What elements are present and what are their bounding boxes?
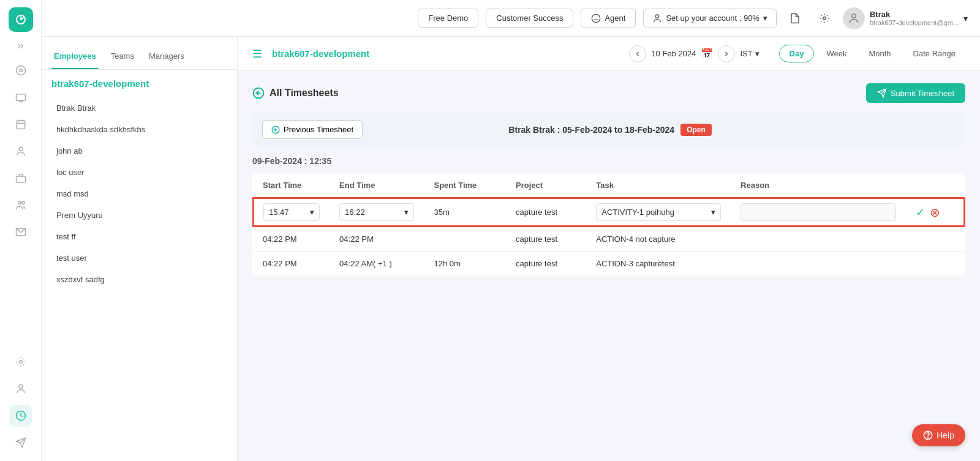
help-icon: [923, 430, 933, 440]
calendar-nav-icon[interactable]: 📅: [701, 48, 713, 59]
list-item[interactable]: Prem Uyyuru: [42, 204, 237, 226]
cancel-edit-button[interactable]: ⊗: [930, 205, 940, 220]
list-item[interactable]: Btrak Btrak: [42, 97, 237, 119]
help-label: Help: [937, 430, 954, 440]
timesheet-navigation: Previous Timesheet Btrak Btrak : 05-Feb-…: [252, 113, 965, 146]
agent-icon: [591, 13, 601, 23]
user-name: Btrak: [870, 10, 959, 19]
end-time-select[interactable]: 16:22 ▾: [339, 203, 414, 221]
sidebar-icon-home[interactable]: [10, 59, 32, 81]
customer-success-button[interactable]: Customer Success: [486, 9, 573, 28]
setup-chevron: ▾: [763, 13, 767, 23]
timezone-selector[interactable]: IST ▾: [740, 49, 759, 58]
project-cell: capture test: [506, 227, 586, 252]
list-item[interactable]: xszdxvf sadfg: [42, 269, 237, 290]
svg-point-17: [19, 361, 22, 364]
previous-timesheet-button[interactable]: Previous Timesheet: [262, 120, 363, 139]
sidebar-icon-team[interactable]: [10, 194, 32, 216]
svg-point-15: [21, 201, 24, 204]
editing-task-cell: ACTIVITY-1 poihuhg ▾: [586, 198, 731, 227]
sidebar-icon-message[interactable]: [10, 221, 32, 243]
start-time-select[interactable]: 15:47 ▾: [263, 203, 320, 221]
svg-point-4: [16, 66, 25, 75]
sidebar-icon-admin[interactable]: [10, 378, 32, 400]
start-time-cell: 04:22 PM: [253, 227, 330, 252]
editing-end-time-cell: 16:22 ▾: [330, 198, 424, 227]
actions-cell: [906, 252, 965, 276]
project-cell: capture test: [506, 252, 586, 276]
submit-timesheet-button[interactable]: Submit Timesheet: [866, 83, 965, 103]
tab-managers[interactable]: Managers: [146, 47, 187, 69]
svg-point-18: [19, 384, 23, 388]
sidebar-icon-send[interactable]: [10, 432, 32, 454]
list-item[interactable]: john ab: [42, 140, 237, 162]
view-tab-date-range[interactable]: Date Range: [903, 45, 965, 62]
table-row-editing: 15:47 ▾ 16:22 ▾ 35m: [253, 198, 965, 227]
end-time-cell: 04:22 PM: [330, 227, 424, 252]
view-tab-month[interactable]: Month: [859, 45, 900, 62]
tab-teams[interactable]: Teams: [108, 47, 137, 69]
sidebar-expand-btn[interactable]: »: [15, 37, 26, 54]
col-start-time: Start Time: [253, 173, 330, 198]
setup-icon: [652, 13, 662, 23]
svg-point-12: [19, 147, 23, 151]
free-demo-button[interactable]: Free Demo: [418, 9, 478, 28]
timesheet-table: Start Time End Time Spent Time Project T…: [252, 173, 965, 275]
col-project: Project: [506, 173, 586, 198]
list-item[interactable]: loc user: [42, 162, 237, 183]
list-item[interactable]: hkdhkdhaskda sdkhsfkhs: [42, 119, 237, 140]
col-spent-time: Spent Time: [424, 173, 506, 198]
svg-point-27: [852, 13, 856, 18]
svg-rect-6: [16, 94, 25, 101]
sidebar-icon-calendar[interactable]: [10, 113, 32, 135]
timesheets-title: All Timesheets: [252, 87, 339, 99]
app-logo[interactable]: [9, 7, 33, 32]
user-email: btrak607-development@gm...: [870, 19, 959, 26]
user-avatar: [843, 7, 865, 29]
chevron-right-icon: [723, 50, 730, 58]
gear-icon-button[interactable]: [813, 7, 835, 29]
editing-start-time-cell: 15:47 ▾: [253, 198, 330, 227]
date-prev-button[interactable]: [629, 45, 646, 62]
agent-button[interactable]: Agent: [581, 9, 636, 28]
org-name-label[interactable]: btrak607-development: [42, 70, 237, 97]
user-menu[interactable]: Btrak btrak607-development@gm... ▾: [843, 7, 968, 29]
sidebar-icon-clock[interactable]: [10, 405, 32, 427]
confirm-edit-button[interactable]: ✓: [916, 206, 925, 219]
reason-input[interactable]: [741, 203, 896, 221]
date-navigation: 10 Feb 2024 📅 IST ▾: [629, 45, 759, 62]
timesheets-header: All Timesheets Submit Timesheet: [252, 83, 965, 103]
list-item[interactable]: msd msd: [42, 183, 237, 204]
sidebar-icon-settings[interactable]: [10, 351, 32, 373]
document-icon-button[interactable]: [784, 7, 806, 29]
top-header: Free Demo Customer Success Agent Set up …: [42, 0, 980, 37]
timesheet-date-label: 09-Feb-2024 : 12:35: [252, 156, 965, 166]
page-content: All Timesheets Submit Timesheet Previous…: [238, 71, 980, 461]
date-next-button[interactable]: [718, 45, 735, 62]
right-panel: ☰ btrak607-development 10 Feb 2024 📅 IST…: [238, 37, 980, 461]
user-details: Btrak btrak607-development@gm...: [870, 10, 959, 26]
view-tab-day[interactable]: Day: [779, 45, 815, 62]
reason-cell: [731, 252, 906, 276]
view-tab-week[interactable]: Week: [816, 45, 856, 62]
secondary-header: ☰ btrak607-development 10 Feb 2024 📅 IST…: [238, 37, 980, 71]
setup-account-button[interactable]: Set up your account : 90% ▾: [643, 9, 776, 28]
tab-employees[interactable]: Employees: [51, 47, 99, 69]
help-button[interactable]: Help: [912, 424, 965, 446]
spent-time-cell: [424, 227, 506, 252]
hamburger-icon[interactable]: ☰: [252, 47, 262, 61]
view-tabs: Day Week Month Date Range: [779, 45, 965, 62]
timesheet-range: Btrak Btrak : 05-Feb-2024 to 18-Feb-2024…: [508, 124, 711, 136]
editing-reason-cell: [731, 198, 906, 227]
task-cell: ACTION-4 not capture: [586, 227, 731, 252]
sidebar-icon-person[interactable]: [10, 140, 32, 162]
task-select[interactable]: ACTIVITY-1 poihuhg ▾: [596, 203, 721, 221]
timesheets-title-text: All Timesheets: [270, 88, 339, 99]
sidebar-icon-tv[interactable]: [10, 86, 32, 108]
end-time-cell: 04:22 AM( +1 ): [330, 252, 424, 276]
sidebar-icon-briefcase[interactable]: [10, 167, 32, 189]
submit-icon: [877, 88, 887, 98]
main-area: Free Demo Customer Success Agent Set up …: [42, 0, 980, 461]
list-item[interactable]: test user: [42, 247, 237, 269]
list-item[interactable]: test ff: [42, 226, 237, 247]
